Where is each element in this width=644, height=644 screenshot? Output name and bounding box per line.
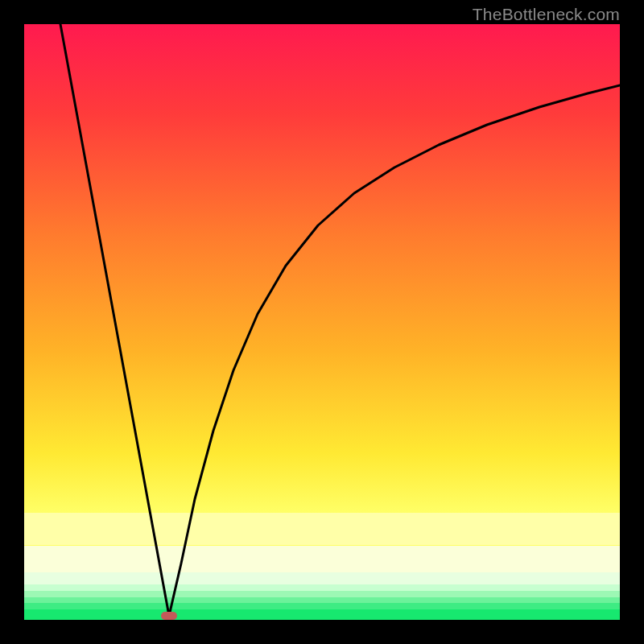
- bottleneck-curve: [24, 24, 620, 620]
- minimum-point-marker: [161, 612, 177, 620]
- curve-right-branch: [169, 85, 620, 616]
- watermark-text: TheBottleneck.com: [473, 5, 620, 24]
- curve-left-branch: [60, 24, 169, 616]
- chart-plot-area: [24, 24, 620, 620]
